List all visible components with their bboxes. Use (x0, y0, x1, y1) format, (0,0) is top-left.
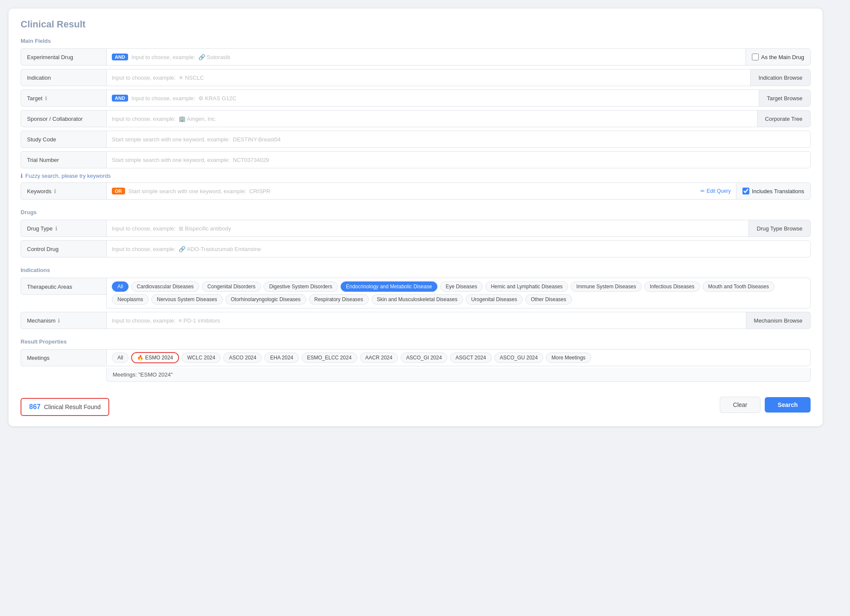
indication-placeholder: Input to choose, example: ✳ NSCLC (112, 75, 204, 81)
therapeutic-tag-nervous[interactable]: Nervous System Diseases (151, 294, 223, 305)
includes-translations-checkbox[interactable] (742, 188, 749, 194)
drug-type-input[interactable]: Input to choose, example: ⊞ Bispecific a… (106, 220, 749, 237)
section-result-properties: Result Properties (21, 338, 811, 345)
meeting-tag-aacr2024[interactable]: AACR 2024 (360, 353, 398, 363)
section-drugs: Drugs (21, 209, 811, 215)
mechanism-label: Mechanism ℹ (21, 312, 106, 329)
result-banner: 867 Clinical Result Found (21, 398, 109, 416)
indication-label: Indication (21, 69, 106, 86)
meeting-tag-esmo_elcc2024[interactable]: ESMO_ELCC 2024 (302, 353, 357, 363)
trial-number-input[interactable]: Start simple search with one keyword, ex… (106, 151, 811, 168)
target-input[interactable]: AND Input to choose, example: ⚙ KRAS G12… (106, 90, 759, 107)
indication-row: Indication Input to choose, example: ✳ N… (21, 69, 811, 86)
control-drug-label: Control Drug (21, 240, 106, 257)
therapeutic-areas-row: Therapeutic Areas AllCardiovascular Dise… (21, 278, 811, 308)
control-drug-row: Control Drug Input to choose, example: 🔗… (21, 240, 811, 257)
therapeutic-tag-all[interactable]: All (112, 281, 129, 292)
keywords-label: Keywords ℹ (21, 182, 106, 200)
therapeutic-tag-immune[interactable]: Immune System Diseases (571, 281, 641, 292)
therapeutic-tag-skin[interactable]: Skin and Musculoskeletal Diseases (371, 294, 463, 305)
section-main-fields: Main Fields (21, 38, 811, 44)
meeting-tag-all[interactable]: All (112, 353, 129, 363)
meeting-tag-more[interactable]: More Meetings (546, 353, 591, 363)
indication-input[interactable]: Input to choose, example: ✳ NSCLC (106, 69, 751, 86)
target-row: Target ℹ AND Input to choose, example: ⚙… (21, 90, 811, 107)
experimental-drug-row: Experimental Drug AND Input to choose, e… (21, 48, 811, 66)
therapeutic-tag-urogenital[interactable]: Urogenital Diseases (466, 294, 523, 305)
trial-number-label: Trial Number (21, 151, 106, 168)
sponsor-browse-button[interactable]: Corporate Tree (757, 110, 811, 127)
indication-browse-button[interactable]: Indication Browse (751, 69, 811, 86)
main-card: Clinical Result Main Fields Experimental… (9, 9, 823, 426)
target-and-badge: AND (112, 95, 128, 102)
mechanism-info-icon[interactable]: ℹ (58, 317, 60, 324)
therapeutic-tag-eye[interactable]: Eye Diseases (440, 281, 482, 292)
target-browse-button[interactable]: Target Browse (759, 90, 811, 107)
study-code-row: Study Code Start simple search with one … (21, 131, 811, 148)
therapeutic-tag-infectious[interactable]: Infectious Diseases (644, 281, 700, 292)
includes-translations-wrap[interactable]: Includes Translations (736, 182, 811, 200)
therapeutic-tag-endocrinology[interactable]: Endocrinology and Metabolic Disease (341, 281, 438, 292)
keywords-info-icon[interactable]: ℹ (54, 188, 56, 194)
meeting-tag-eha2024[interactable]: EHA 2024 (264, 353, 299, 363)
keywords-row: Keywords ℹ OR Start simple search with o… (21, 182, 811, 200)
mechanism-browse-button[interactable]: Mechanism Browse (746, 312, 811, 329)
main-drug-checkbox[interactable] (752, 54, 759, 60)
drug-type-label: Drug Type ℹ (21, 220, 106, 237)
result-count: 867 (29, 403, 41, 411)
section-indications: Indications (21, 267, 811, 273)
meeting-tag-wclc2024[interactable]: WCLC 2024 (182, 353, 221, 363)
search-button[interactable]: Search (765, 397, 811, 413)
meeting-tag-asco_gi2024[interactable]: ASCO_GI 2024 (401, 353, 447, 363)
meeting-tag-esmo2024[interactable]: 🔥 ESMO 2024 (131, 352, 179, 363)
sponsor-placeholder: Input to choose, example: 🏢 Amgen, Inc. (112, 116, 216, 122)
study-code-input[interactable]: Start simple search with one keyword, ex… (106, 131, 811, 148)
therapeutic-tag-cardiovascular[interactable]: Cardiovascular Diseases (131, 281, 199, 292)
mechanism-input[interactable]: Input to choose, example: ≡ PD-1 inhibit… (106, 312, 746, 329)
bottom-right: Clear Search (720, 397, 811, 413)
meetings-label: Meetings (21, 349, 106, 366)
drug-type-row: Drug Type ℹ Input to choose, example: ⊞ … (21, 220, 811, 237)
therapeutic-tag-otorhinolaryngologic[interactable]: Otorhinolaryngologic Diseases (225, 294, 306, 305)
meetings-tags: All🔥 ESMO 2024WCLC 2024ASCO 2024EHA 2024… (106, 349, 811, 366)
therapeutic-tag-congenital[interactable]: Congenital Disorders (202, 281, 261, 292)
therapeutic-tag-hemic[interactable]: Hemic and Lymphatic Diseases (485, 281, 569, 292)
control-drug-placeholder: Input to choose, example: 🔗 ADO-Trastuzu… (112, 246, 261, 252)
therapeutic-tag-respiratory[interactable]: Respiratory Diseases (309, 294, 369, 305)
drug-type-info-icon[interactable]: ℹ (55, 225, 57, 232)
sponsor-row: Sponsor / Collaborator Input to choose, … (21, 110, 811, 127)
trial-number-placeholder: Start simple search with one keyword, ex… (112, 157, 269, 163)
and-badge: AND (112, 54, 128, 60)
fuzzy-hint: ℹ Fuzzy search, please try keywords (21, 173, 811, 179)
drug-type-browse-button[interactable]: Drug Type Browse (749, 220, 811, 237)
meeting-tag-asco_gu2024[interactable]: ASCO_GU 2024 (494, 353, 544, 363)
sponsor-input[interactable]: Input to choose, example: 🏢 Amgen, Inc. (106, 110, 757, 127)
target-info-icon[interactable]: ℹ (45, 95, 47, 102)
clear-button[interactable]: Clear (720, 397, 760, 413)
study-code-label: Study Code (21, 131, 106, 148)
study-code-placeholder: Start simple search with one keyword, ex… (112, 136, 281, 143)
meeting-tag-asgct2024[interactable]: ASGCT 2024 (450, 353, 491, 363)
experimental-drug-input[interactable]: AND Input to choose, example: 🔗 Sotorasi… (106, 48, 746, 66)
meetings-hint-text: Meetings: "ESMO 2024" (113, 371, 173, 378)
meetings-row: Meetings All🔥 ESMO 2024WCLC 2024ASCO 202… (21, 349, 811, 366)
target-label: Target ℹ (21, 90, 106, 107)
target-placeholder: Input to choose, example: ⚙ KRAS G12C (132, 95, 236, 102)
main-drug-checkbox-wrap[interactable]: As the Main Drug (746, 48, 811, 66)
edit-query-link[interactable]: ✏ Edit Query (700, 188, 731, 194)
therapeutic-tag-mouth[interactable]: Mouth and Tooth Diseases (703, 281, 775, 292)
sponsor-label: Sponsor / Collaborator (21, 110, 106, 127)
drug-type-placeholder: Input to choose, example: ⊞ Bispecific a… (112, 225, 231, 232)
control-drug-input[interactable]: Input to choose, example: 🔗 ADO-Trastuzu… (106, 240, 811, 257)
therapeutic-areas-tags: AllCardiovascular DiseasesCongenital Dis… (106, 278, 811, 308)
or-badge: OR (112, 188, 125, 194)
therapeutic-tag-neoplasms[interactable]: Neoplasms (112, 294, 149, 305)
therapeutic-tag-digestive[interactable]: Digestive System Disorders (263, 281, 338, 292)
meeting-tag-asco2024[interactable]: ASCO 2024 (223, 353, 262, 363)
page-title: Clinical Result (21, 19, 811, 30)
therapeutic-areas-label: Therapeutic Areas (21, 278, 106, 295)
experimental-drug-label: Experimental Drug (21, 48, 106, 66)
therapeutic-tag-other[interactable]: Other Diseases (525, 294, 572, 305)
bottom-bar: 867 Clinical Result Found Clear Search (21, 389, 811, 416)
keywords-input[interactable]: OR Start simple search with one keyword,… (106, 182, 736, 200)
